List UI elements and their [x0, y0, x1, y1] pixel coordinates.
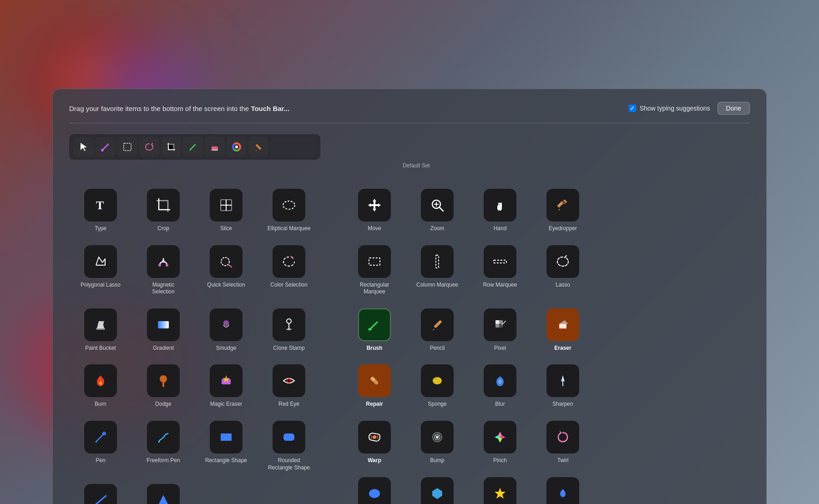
svg-point-18 [283, 201, 295, 209]
svg-rect-6 [212, 146, 218, 150]
tool-sponge[interactable]: Sponge [406, 358, 469, 414]
tool-eyedropper[interactable]: Eyedropper [531, 182, 594, 239]
tool-gradient[interactable]: Gradient [132, 302, 195, 358]
twirl-icon [546, 421, 579, 454]
tool-magnetic-selection[interactable]: Magnetic Selection [132, 239, 195, 302]
pencil-label: Pencil [430, 345, 445, 352]
tool-triangle-shape[interactable]: Triangle Shape [132, 478, 195, 504]
default-set-lasso[interactable] [139, 137, 159, 157]
default-set-color[interactable] [227, 137, 247, 157]
burn-icon [84, 364, 117, 397]
tool-blur[interactable]: Blur [469, 358, 531, 414]
tool-warp[interactable]: Warp [343, 414, 406, 471]
tool-paint-bucket[interactable]: Paint Bucket [69, 302, 132, 358]
line-shape-icon [84, 484, 117, 504]
svg-rect-29 [158, 321, 169, 328]
tool-pencil[interactable]: Pencil [406, 302, 469, 358]
default-set-selection[interactable] [117, 137, 137, 157]
default-set-arrow[interactable] [74, 137, 94, 157]
default-set-brush[interactable] [96, 137, 116, 157]
tool-smudge[interactable]: Smudge [195, 302, 258, 358]
done-button[interactable]: Done [718, 102, 750, 115]
svg-point-39 [288, 379, 290, 382]
paint-bucket-label: Paint Bucket [85, 345, 116, 352]
tool-rounded-rectangle-shape[interactable]: Rounded Rectangle Shape [258, 414, 320, 478]
default-set-crop[interactable] [161, 137, 181, 157]
tool-pinch[interactable]: Pinch [469, 414, 531, 471]
default-set-pen[interactable] [183, 137, 203, 157]
default-set-bar [69, 134, 320, 160]
tool-red-eye[interactable]: Red Eye [258, 358, 320, 414]
eyedropper-label: Eyedropper [549, 225, 577, 232]
default-set-label: Default Set [69, 162, 750, 169]
red-eye-icon [273, 364, 305, 397]
tool-dodge[interactable]: Dodge [132, 358, 195, 414]
default-set-eraser[interactable] [205, 137, 225, 157]
warp-label: Warp [368, 457, 381, 464]
tool-crop[interactable]: Crop [132, 182, 195, 239]
tool-repair[interactable]: Repair [343, 358, 406, 414]
tool-row-marquee[interactable]: Row Marquee [469, 239, 531, 302]
tool-twirl[interactable]: Twirl [531, 414, 594, 471]
tool-pen[interactable]: Pen [69, 414, 132, 478]
svg-point-20 [166, 264, 168, 267]
tool-pixel[interactable]: Pixel [469, 302, 531, 358]
tool-line-shape[interactable]: Line Shape [69, 478, 132, 504]
svg-marker-47 [158, 495, 169, 504]
tool-clone-stamp[interactable]: Clone Stamp [258, 302, 320, 358]
column-marquee-icon [421, 245, 454, 278]
tool-polygon-shape[interactable]: Polygon Shape [406, 471, 469, 504]
tool-eraser[interactable]: Eraser [531, 302, 594, 358]
svg-point-26 [291, 257, 293, 258]
tool-column-marquee[interactable]: Column Marquee [406, 239, 469, 302]
right-tools-grid: Move Zoom Hand Eyedropper [343, 182, 594, 504]
gradient-label: Gradient [153, 345, 174, 352]
show-typing-text: Show typing suggestions [640, 105, 710, 112]
pen-icon [84, 421, 117, 454]
zoom-label: Zoom [430, 225, 445, 232]
show-typing-checkbox[interactable] [629, 105, 636, 112]
pen-label: Pen [96, 457, 105, 464]
svg-point-34 [160, 375, 167, 383]
eraser-label: Eraser [554, 345, 571, 352]
tool-bump[interactable]: Bump [406, 414, 469, 471]
svg-rect-45 [283, 433, 294, 441]
dodge-label: Dodge [155, 401, 171, 408]
tool-zoom[interactable]: Zoom [406, 182, 469, 239]
tool-rectangle-shape[interactable]: Rectangle Shape [195, 414, 258, 478]
color-selection-label: Color Selection [270, 282, 307, 289]
tool-magic-eraser[interactable]: Magic Eraser [195, 358, 258, 414]
star-shape-icon [484, 477, 516, 504]
tool-sharpen[interactable]: Sharpen [531, 358, 594, 414]
color-selection-icon [273, 245, 305, 278]
magnetic-selection-icon [147, 245, 180, 278]
tool-brush[interactable]: Brush [343, 302, 406, 358]
pencil-icon [421, 308, 454, 341]
brush-icon [358, 308, 391, 341]
default-set-pencil[interactable] [248, 137, 268, 157]
tool-ellipse-shape[interactable]: Ellipse Shape [343, 471, 406, 504]
tool-move[interactable]: Move [343, 182, 406, 239]
rectangular-marquee-icon [358, 245, 391, 278]
repair-label: Repair [366, 401, 383, 408]
brush-label: Brush [367, 345, 383, 352]
tool-custom-shape[interactable]: Custom Shape [531, 471, 594, 504]
tool-type[interactable]: T Type [69, 182, 132, 239]
tool-lasso[interactable]: Lasso [531, 239, 594, 302]
show-typing-label[interactable]: Show typing suggestions [629, 105, 710, 112]
tool-elliptical-marquee[interactable]: Elliptical Marquee [258, 182, 320, 239]
slice-label: Slice [220, 225, 232, 232]
tool-burn[interactable]: Burn [69, 358, 132, 414]
freeform-pen-icon [147, 421, 180, 454]
svg-text:T: T [96, 199, 104, 212]
tool-polygonal-lasso[interactable]: Polygonal Lasso [69, 239, 132, 302]
tool-slice[interactable]: Slice [195, 182, 258, 239]
svg-point-75 [435, 378, 436, 380]
tool-hand[interactable]: Hand [469, 182, 531, 239]
tool-color-selection[interactable]: Color Selection [258, 239, 320, 302]
tool-rectangular-marquee[interactable]: Rectangular Marquee [343, 239, 406, 302]
tool-quick-selection[interactable]: Quick Selection [195, 239, 258, 302]
tool-freeform-pen[interactable]: Freeform Pen [132, 414, 195, 478]
tool-star-shape[interactable]: Star Shape [469, 471, 531, 504]
polygon-shape-icon [421, 477, 454, 504]
